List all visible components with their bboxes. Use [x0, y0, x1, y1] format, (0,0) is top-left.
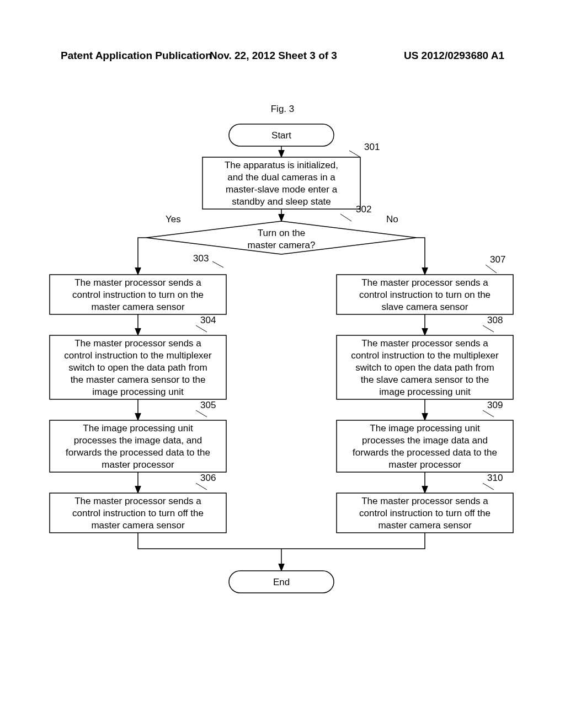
ref-310: 310: [487, 473, 503, 483]
node-307: The master processor sends a control ins…: [337, 275, 513, 314]
svg-text:control instruction to turn of: control instruction to turn off the: [359, 508, 491, 518]
node-310: The master processor sends a control ins…: [337, 493, 513, 533]
ref-308: 308: [487, 315, 503, 325]
svg-text:Turn on the: Turn on the: [258, 228, 305, 238]
ref-309: 309: [487, 400, 503, 410]
svg-text:master camera?: master camera?: [248, 240, 316, 250]
start-node: Start: [229, 124, 334, 146]
ref-301: 301: [364, 142, 380, 152]
header-right: US 2012/0293680 A1: [404, 50, 504, 62]
node-304: The master processor sends a control ins…: [50, 335, 226, 399]
svg-text:control instruction to the mul: control instruction to the multiplexer: [64, 350, 212, 361]
svg-text:Start: Start: [271, 130, 291, 141]
node-303: The master processor sends a control ins…: [50, 275, 226, 314]
svg-text:master camera sensor: master camera sensor: [91, 302, 184, 312]
ref-307: 307: [490, 254, 505, 265]
svg-text:and the dual cameras in a: and the dual cameras in a: [227, 172, 335, 183]
figure-title: Fig. 3: [0, 104, 565, 115]
svg-text:standby and sleep state: standby and sleep state: [232, 196, 331, 207]
svg-text:The master processor sends a: The master processor sends a: [74, 496, 201, 506]
svg-text:The master processor sends a: The master processor sends a: [361, 338, 488, 349]
svg-text:the master camera sensor to th: the master camera sensor to the: [71, 374, 206, 385]
node-301: The apparatus is initialized, and the du…: [202, 157, 360, 209]
header-left: Patent Application Publication: [61, 50, 212, 62]
svg-text:The master processor sends a: The master processor sends a: [74, 338, 201, 349]
ref-302: 302: [356, 204, 371, 215]
svg-text:image processing unit: image processing unit: [92, 387, 184, 397]
svg-text:master camera sensor: master camera sensor: [378, 520, 471, 531]
svg-text:The image processing unit: The image processing unit: [370, 423, 480, 433]
svg-text:master processor: master processor: [102, 459, 174, 470]
flowchart: Start The apparatus is initialized, and …: [47, 121, 519, 645]
svg-text:master-slave mode enter a: master-slave mode enter a: [226, 184, 338, 195]
svg-text:The master processor sends a: The master processor sends a: [361, 496, 488, 506]
node-305: The image processing unit processes the …: [50, 420, 226, 472]
ref-305: 305: [200, 400, 216, 410]
ref-306: 306: [200, 473, 216, 483]
svg-text:control instruction to turn on: control instruction to turn on the: [359, 290, 491, 300]
header-center: Nov. 22, 2012 Sheet 3 of 3: [210, 50, 337, 62]
node-308: The master processor sends a control ins…: [337, 335, 513, 399]
end-node: End: [229, 571, 334, 593]
svg-text:the slave camera sensor to the: the slave camera sensor to the: [361, 374, 489, 385]
svg-text:slave camera sensor: slave camera sensor: [382, 302, 468, 312]
svg-text:control instruction to turn of: control instruction to turn off the: [72, 508, 204, 518]
ref-304: 304: [200, 315, 216, 325]
svg-text:control instruction to the mul: control instruction to the multiplexer: [351, 350, 499, 361]
svg-text:switch to open the data path f: switch to open the data path from: [355, 362, 494, 373]
svg-text:forwards the processed data to: forwards the processed data to the: [353, 447, 497, 458]
svg-text:End: End: [273, 577, 290, 587]
node-309: The image processing unit processes the …: [337, 420, 513, 472]
svg-text:The image processing unit: The image processing unit: [83, 423, 193, 433]
svg-text:The master processor sends a: The master processor sends a: [74, 277, 201, 288]
svg-text:image processing unit: image processing unit: [379, 387, 471, 397]
svg-text:forwards the processed data to: forwards the processed data to the: [66, 447, 210, 458]
svg-text:master processor: master processor: [388, 459, 461, 470]
decision-302: Turn on the master camera?: [146, 221, 417, 254]
svg-text:The master processor sends a: The master processor sends a: [361, 277, 488, 288]
decision-yes: Yes: [166, 214, 181, 224]
node-306: The master processor sends a control ins…: [50, 493, 226, 533]
svg-text:master camera sensor: master camera sensor: [91, 520, 184, 531]
svg-text:The apparatus is initialized,: The apparatus is initialized,: [225, 160, 338, 170]
svg-text:control instruction to turn on: control instruction to turn on the: [72, 290, 204, 300]
ref-303: 303: [193, 253, 209, 264]
svg-text:processes the image data, and: processes the image data, and: [74, 435, 202, 446]
svg-text:switch to open the data path f: switch to open the data path from: [68, 362, 207, 373]
svg-text:processes the image data and: processes the image data and: [362, 435, 488, 446]
decision-no: No: [386, 214, 398, 224]
